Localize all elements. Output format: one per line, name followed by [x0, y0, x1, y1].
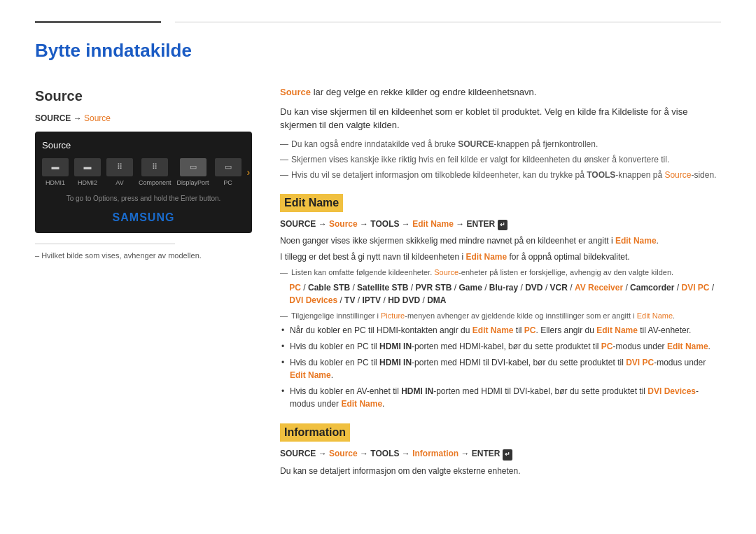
- samsung-logo: SAMSUNG: [42, 209, 245, 226]
- edit-name-ref-2: Edit Name: [466, 252, 507, 262]
- footnote: – Hvilket bilde som vises, avhenger av m…: [35, 250, 259, 262]
- tv-icon-av: ⠿ AV: [106, 158, 133, 188]
- note-1: Du kan også endre inndatakilde ved å bru…: [280, 138, 721, 150]
- source-note-source: Source: [434, 268, 458, 276]
- source-list: PC / Cable STB / Satellite STB / PVR STB…: [280, 281, 721, 307]
- source-list-game: Game: [458, 283, 482, 293]
- page-title: Bytte inndatakilde: [35, 37, 721, 64]
- hdmi1-symbol: ▬: [52, 161, 59, 173]
- edit-name-body-1: Noen ganger vises ikke skjermen skikkeli…: [280, 234, 721, 247]
- bullet-4-dvidevices: DVI Devices: [648, 386, 696, 396]
- displayport-label: DisplayPort: [177, 178, 209, 188]
- av-symbol: ⠿: [117, 161, 122, 173]
- picture-note: Tilgjengelige innstillinger i Picture-me…: [280, 310, 721, 322]
- tv-screen-title: Source: [42, 139, 245, 153]
- source-list-dvipc: DVI PC: [681, 283, 709, 293]
- edit-name-body-2: I tillegg er det best å gi nytt navn til…: [280, 251, 721, 263]
- info-cmd-info: Information: [412, 449, 458, 458]
- bullet-1-pc: PC: [524, 325, 536, 335]
- tv-icons-row: ▬ HDMI1 ▬ HDMI2 ⠿ AV: [42, 158, 245, 188]
- bullet-1: Når du kobler en PC til HDMI-kontakten a…: [280, 324, 721, 337]
- source-path-label: SOURCE: [35, 113, 71, 123]
- tv-icon-box-hdmi1: ▬: [42, 158, 69, 176]
- bullet-2-editname: Edit Name: [667, 342, 708, 351]
- source-list-hddvd: HD DVD: [388, 295, 420, 305]
- bullet-3-hdmi: HDMI IN: [379, 358, 412, 367]
- bullet-2: Hvis du kobler en PC til HDMI IN-porten …: [280, 340, 721, 353]
- note-3-tools: TOOLS: [587, 170, 615, 180]
- edit-name-command: SOURCE → Source → TOOLS → Edit Name → EN…: [280, 218, 721, 231]
- bullet-3: Hvis du kobler en PC til HDMI IN-porten …: [280, 356, 721, 381]
- content-area: Source SOURCE → Source Source ▬ HDMI1: [35, 85, 721, 481]
- right-column: Source lar deg velge en rekke kilder og …: [280, 85, 721, 481]
- tv-icon-hdmi2: ▬ HDMI2: [74, 158, 101, 188]
- source-list-dvd: DVD: [525, 283, 542, 293]
- top-line: [35, 21, 721, 23]
- cmd-editname: Edit Name: [412, 219, 454, 229]
- source-list-dvidevices: DVI Devices: [289, 295, 337, 305]
- bullet-4-editname: Edit Name: [341, 399, 382, 409]
- source-list-note: Listen kan omfatte følgende kildeenheter…: [280, 267, 721, 279]
- source-path-highlight: Source: [84, 113, 111, 123]
- info-cmd-source: Source: [329, 449, 358, 458]
- hdmi1-label: HDMI1: [46, 178, 65, 188]
- hdmi2-symbol: ▬: [84, 161, 92, 173]
- note-3: Hvis du vil se detaljert informasjon om …: [280, 169, 721, 181]
- source-list-tv: TV: [344, 295, 355, 305]
- bullet-3-dvipc: DVI PC: [626, 358, 654, 367]
- bullet-1-editname: Edit Name: [472, 325, 514, 335]
- tv-icon-component: ⠿ Component: [139, 158, 172, 188]
- bullet-2-hdmi: HDMI IN: [379, 342, 412, 351]
- pc-symbol: ▭: [225, 161, 232, 173]
- source-list-cablestb: Cable STB: [308, 283, 350, 293]
- samsung-logo-text: SAMSUNG: [113, 211, 175, 223]
- source-list-pvrstb: PVR STB: [415, 283, 451, 293]
- bullet-3-editname: Edit Name: [290, 370, 331, 380]
- tv-hint: To go to Options, press and hold the Ent…: [42, 193, 245, 204]
- tv-icon-displayport: ▭ DisplayPort: [177, 158, 209, 188]
- tv-icon-pc: ▭ PC: [215, 158, 241, 188]
- source-list-pc: PC: [289, 283, 301, 293]
- info-enter-icon: ↵: [503, 449, 512, 461]
- intro-text-1: Source lar deg velge en rekke kilder og …: [280, 85, 721, 99]
- tv-icon-box-av: ⠿: [106, 158, 133, 176]
- information-heading: Information: [280, 423, 350, 442]
- information-body: Du kan se detaljert informasjon om den v…: [280, 465, 721, 477]
- tv-screen-mockup: Source ▬ HDMI1 ▬ HDMI2: [35, 132, 252, 233]
- hdmi2-label: HDMI2: [78, 178, 97, 188]
- editname-ref-3: Edit Name: [637, 311, 673, 320]
- source-list-satstb: Satellite STB: [357, 283, 408, 293]
- note-2: Skjermen vises kanskje ikke riktig hvis …: [280, 153, 721, 166]
- pc-label: PC: [223, 178, 232, 188]
- top-line-right-bar: [175, 22, 721, 22]
- tv-arrow-icon: ›: [247, 165, 251, 180]
- displayport-symbol: ▭: [190, 161, 197, 173]
- bullet-4-hdmi: HDMI IN: [401, 386, 433, 396]
- source-list-iptv: IPTV: [362, 295, 381, 305]
- left-column: Source SOURCE → Source Source ▬ HDMI1: [35, 85, 259, 481]
- source-section-title: Source: [35, 85, 259, 106]
- edit-name-heading: Edit Name: [280, 194, 343, 212]
- intro-text-1-rest: lar deg velge en rekke kilder og endre k…: [311, 87, 536, 97]
- intro-text-2: Du kan vise skjermen til en kildeenhet s…: [280, 105, 721, 132]
- picture-ref: Picture: [381, 311, 405, 320]
- bullet-2-pc: PC: [601, 342, 613, 351]
- source-list-camcorder: Camcorder: [630, 283, 674, 293]
- component-label: Component: [139, 178, 172, 188]
- tv-icon-box-pc: ▭: [215, 158, 241, 176]
- source-list-avreceiver: AV Receiver: [575, 283, 623, 293]
- page: Bytte inndatakilde Source SOURCE → Sourc…: [0, 0, 756, 534]
- bullet-1-editname2: Edit Name: [596, 325, 638, 335]
- tv-icon-hdmi1: ▬ HDMI1: [42, 158, 69, 188]
- tv-icon-box-component: ⠿: [141, 158, 168, 176]
- source-path: SOURCE → Source: [35, 112, 259, 125]
- source-list-vcr: VCR: [550, 283, 568, 293]
- cmd-source: Source: [329, 219, 358, 229]
- bullet-4: Hvis du kobler en AV-enhet til HDMI IN-p…: [280, 385, 721, 410]
- edit-name-ref-1: Edit Name: [615, 236, 657, 246]
- information-command: SOURCE → Source → TOOLS → Information → …: [280, 447, 721, 461]
- av-label: AV: [115, 178, 123, 188]
- top-line-left-bar: [35, 21, 161, 23]
- source-list-bluray: Blu-ray: [489, 283, 518, 293]
- note-3-source: Source: [664, 170, 691, 180]
